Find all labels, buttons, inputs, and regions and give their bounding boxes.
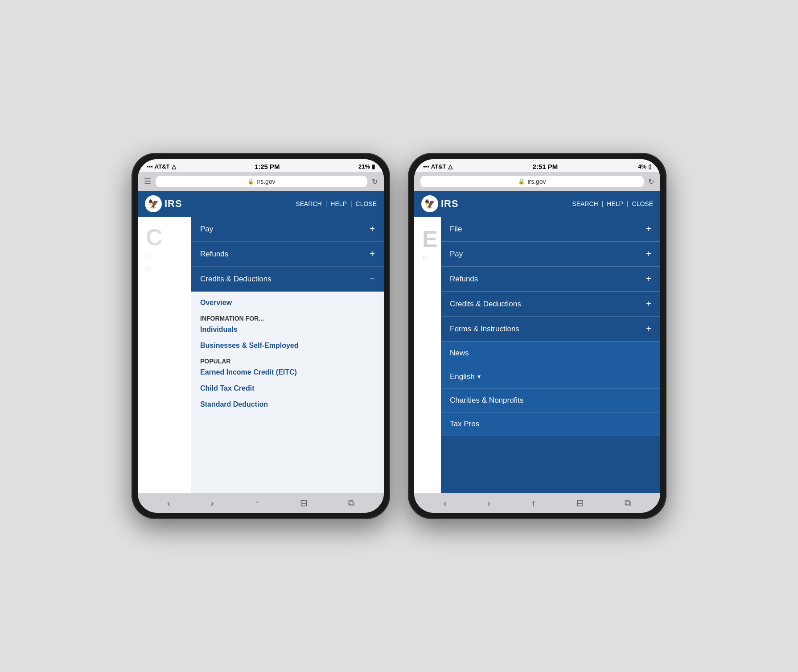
status-right-left: 21% ▮ bbox=[358, 163, 375, 170]
wifi-icon: △ bbox=[172, 163, 176, 170]
nav-search-right[interactable]: SEARCH bbox=[572, 200, 598, 207]
address-bar-left[interactable]: 🔒 irs.gov bbox=[156, 176, 367, 187]
nav-close-right[interactable]: CLOSE bbox=[632, 200, 653, 207]
hamburger-icon-left[interactable]: ☰ bbox=[144, 177, 151, 186]
nav-help-right[interactable]: HELP bbox=[607, 200, 623, 207]
menu-item-taxpros[interactable]: Tax Pros bbox=[441, 412, 660, 436]
lock-icon-right: 🔒 bbox=[518, 178, 525, 185]
phone-right-inner: ▪▪▪ AT&T △ 2:51 PM 4% ▯ 🔒 irs.gov ↻ bbox=[414, 159, 660, 513]
irs-text-left: IRS bbox=[165, 198, 182, 210]
divider2-left: | bbox=[350, 200, 352, 207]
menu-file-label-right: File bbox=[450, 225, 462, 234]
menu-refunds-icon-right: + bbox=[646, 274, 651, 284]
news-label: News bbox=[450, 349, 469, 358]
menu-item-refunds-left[interactable]: Refunds + bbox=[191, 242, 384, 267]
share-button-right[interactable]: ↑ bbox=[531, 498, 535, 508]
menu-credits-label-right: Credits & Deductions bbox=[450, 300, 521, 309]
carrier-left: AT&T bbox=[155, 163, 170, 170]
lock-icon-left: 🔒 bbox=[247, 178, 254, 185]
overview-link[interactable]: Overview bbox=[200, 299, 375, 307]
standard-deduction-link[interactable]: Standard Deduction bbox=[200, 400, 375, 408]
time-left: 1:25 PM bbox=[255, 163, 280, 170]
menu-item-forms-right[interactable]: Forms & Instructions + bbox=[441, 317, 660, 342]
phone-right: ▪▪▪ AT&T △ 2:51 PM 4% ▯ 🔒 irs.gov ↻ bbox=[408, 153, 666, 519]
forward-button-left[interactable]: › bbox=[211, 498, 214, 508]
signal-bars-icon: ▪▪▪ bbox=[147, 163, 153, 170]
taxpros-label: Tax Pros bbox=[450, 420, 479, 429]
menu-item-news[interactable]: News bbox=[441, 342, 660, 365]
divider2-right: | bbox=[627, 200, 629, 207]
menu-forms-icon-right: + bbox=[646, 324, 651, 334]
refresh-icon-right[interactable]: ↻ bbox=[648, 177, 654, 186]
menu-forms-label-right: Forms & Instructions bbox=[450, 325, 519, 334]
menu-shade-left bbox=[138, 217, 191, 493]
menu-overlay-left: Pay + Refunds + Credits & Deductions − bbox=[138, 217, 384, 493]
refresh-icon-left[interactable]: ↻ bbox=[372, 177, 378, 186]
child-tax-link[interactable]: Child Tax Credit bbox=[200, 384, 375, 392]
bookmarks-button-left[interactable]: ⊟ bbox=[300, 498, 308, 508]
menu-item-charities[interactable]: Charities & Nonprofits bbox=[441, 389, 660, 412]
popular-label: POPULAR bbox=[200, 358, 375, 365]
menu-refunds-label-left: Refunds bbox=[200, 250, 228, 259]
phone-left: ▪▪▪ AT&T △ 1:25 PM 21% ▮ ☰ 🔒 irs.gov ↻ bbox=[132, 153, 390, 519]
menu-refunds-icon-left: + bbox=[370, 249, 375, 259]
irs-logo-right[interactable]: 🦅 IRS bbox=[421, 195, 459, 212]
tabs-button-right[interactable]: ⧉ bbox=[625, 498, 631, 508]
status-left-right: ▪▪▪ AT&T △ bbox=[423, 163, 452, 170]
signal-bars-icon-right: ▪▪▪ bbox=[423, 163, 429, 170]
menu-credits-label-left: Credits & Deductions bbox=[200, 275, 271, 284]
nav-help-left[interactable]: HELP bbox=[330, 200, 347, 207]
menu-overlay-right: File + Pay + Refunds + bbox=[414, 217, 660, 493]
irs-text-right: IRS bbox=[441, 198, 459, 210]
battery-left: 21% bbox=[358, 163, 370, 170]
menu-pay-label-left: Pay bbox=[200, 225, 213, 234]
irs-logo-left[interactable]: 🦅 IRS bbox=[145, 195, 182, 212]
phone-left-inner: ▪▪▪ AT&T △ 1:25 PM 21% ▮ ☰ 🔒 irs.gov ↻ bbox=[138, 159, 384, 513]
tabs-button-left[interactable]: ⧉ bbox=[348, 498, 354, 508]
menu-item-english[interactable]: English ▼ bbox=[441, 365, 660, 389]
address-bar-right[interactable]: 🔒 irs.gov bbox=[420, 176, 644, 187]
wifi-icon-right: △ bbox=[448, 163, 452, 170]
menu-item-pay-left[interactable]: Pay + bbox=[191, 217, 384, 242]
businesses-link[interactable]: Businesses & Self-Employed bbox=[200, 342, 375, 350]
chevron-down-icon: ▼ bbox=[477, 374, 482, 380]
bookmarks-button-right[interactable]: ⊟ bbox=[576, 498, 584, 508]
menu-panel-right: File + Pay + Refunds + bbox=[441, 217, 660, 493]
menu-pay-label-right: Pay bbox=[450, 250, 463, 259]
menu-file-icon-right: + bbox=[646, 224, 651, 234]
irs-eagle-right: 🦅 bbox=[421, 195, 438, 212]
browser-bar-right: 🔒 irs.gov ↻ bbox=[414, 172, 660, 191]
browser-bar-left: ☰ 🔒 irs.gov ↻ bbox=[138, 172, 384, 191]
content-area-left: C D B Pay + Refunds bbox=[138, 217, 384, 493]
menu-item-credits-left[interactable]: Credits & Deductions − bbox=[191, 267, 384, 292]
nav-search-left[interactable]: SEARCH bbox=[296, 200, 321, 207]
menu-item-refunds-right[interactable]: Refunds + bbox=[441, 267, 660, 292]
menu-item-file-right[interactable]: File + bbox=[441, 217, 660, 242]
nav-close-left[interactable]: CLOSE bbox=[356, 200, 377, 207]
menu-panel-left: Pay + Refunds + Credits & Deductions − bbox=[191, 217, 384, 493]
menu-credits-icon-right: + bbox=[646, 299, 651, 309]
share-button-left[interactable]: ↑ bbox=[255, 498, 259, 508]
url-left: irs.gov bbox=[257, 178, 275, 185]
menu-item-pay-right[interactable]: Pay + bbox=[441, 242, 660, 267]
back-button-right[interactable]: ‹ bbox=[444, 498, 447, 508]
carrier-right: AT&T bbox=[431, 163, 446, 170]
status-bar-left: ▪▪▪ AT&T △ 1:25 PM 21% ▮ bbox=[138, 159, 384, 172]
menu-item-credits-right[interactable]: Credits & Deductions + bbox=[441, 292, 660, 317]
eitc-link[interactable]: Earned Income Credit (EITC) bbox=[200, 368, 375, 376]
battery-right: 4% bbox=[638, 163, 646, 170]
forward-button-right[interactable]: › bbox=[487, 498, 490, 508]
individuals-link[interactable]: Individuals bbox=[200, 326, 375, 334]
browser-bottom-left: ‹ › ↑ ⊟ ⧉ bbox=[138, 493, 384, 513]
browser-bottom-right: ‹ › ↑ ⊟ ⧉ bbox=[414, 493, 660, 513]
battery-icon-right: ▯ bbox=[648, 163, 651, 170]
content-area-right: E P File + Pay + bbox=[414, 217, 660, 493]
back-button-left[interactable]: ‹ bbox=[167, 498, 170, 508]
submenu-left: Overview INFORMATION FOR... Individuals … bbox=[191, 292, 384, 493]
menu-credits-icon-left: − bbox=[370, 274, 375, 284]
url-right: irs.gov bbox=[527, 178, 546, 185]
time-right: 2:51 PM bbox=[533, 163, 558, 170]
irs-nav-right: SEARCH | HELP | CLOSE bbox=[572, 200, 653, 207]
irs-eagle-left: 🦅 bbox=[145, 195, 162, 212]
irs-header-left: 🦅 IRS SEARCH | HELP | CLOSE bbox=[138, 191, 384, 217]
